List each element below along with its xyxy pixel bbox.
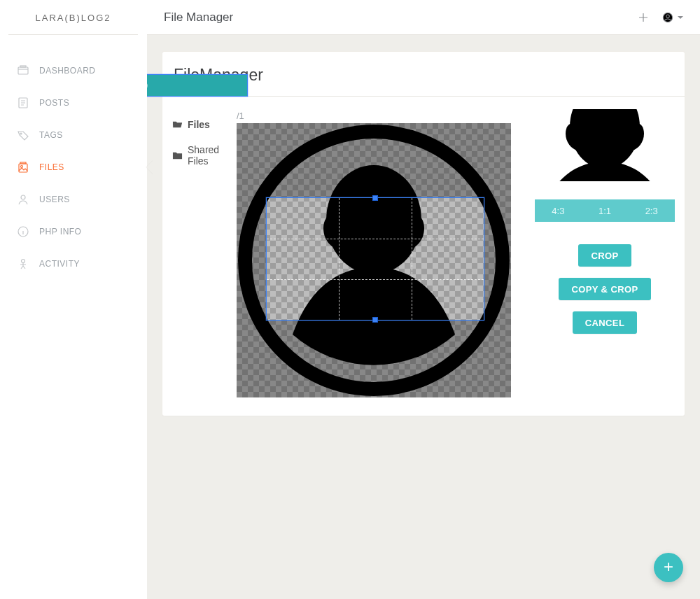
tags-icon <box>17 129 29 141</box>
ratio-4-3[interactable]: 4:3 <box>535 199 582 222</box>
sidebar-item-files[interactable]: FILES <box>0 151 146 183</box>
crop-handle-bottom[interactable] <box>372 317 378 323</box>
sidebar-item-posts[interactable]: POSTS <box>0 87 146 119</box>
svg-point-5 <box>21 166 23 168</box>
posts-icon <box>17 97 29 109</box>
file-tab-shared-files[interactable]: Shared Files <box>172 137 227 174</box>
cancel-button[interactable]: CANCEL <box>573 311 638 334</box>
files-icon <box>17 161 29 174</box>
ratio-1-1[interactable]: 1:1 <box>582 199 629 222</box>
sidebar-item-dashboard[interactable]: DASHBOARD <box>0 55 146 87</box>
svg-rect-4 <box>19 164 27 172</box>
user-menu[interactable] <box>662 11 683 24</box>
dim-overlay <box>237 320 511 397</box>
sidebar-item-label: FILES <box>39 162 64 172</box>
file-tab-label: Shared Files <box>188 144 227 167</box>
sidebar-item-label: TAGS <box>39 130 63 140</box>
sidebar-item-users[interactable]: USERS <box>0 183 146 216</box>
copy-and-crop-button[interactable]: COPY & CROP <box>559 278 650 300</box>
brand[interactable]: LARA(B)LOG2 <box>0 0 146 35</box>
file-tab-label: Files <box>188 119 210 130</box>
svg-rect-0 <box>18 67 28 74</box>
sidebar-item-label: USERS <box>39 195 70 204</box>
info-icon <box>17 225 29 238</box>
dim-overlay <box>237 123 511 197</box>
plus-icon: + <box>664 558 673 575</box>
brand-text: LARA(B)LOG2 <box>36 13 111 23</box>
svg-point-9 <box>22 260 25 263</box>
crop-preview <box>535 109 675 181</box>
breadcrumb[interactable]: /1 <box>237 111 519 121</box>
sidebar-item-activity[interactable]: ACTIVITY <box>0 248 146 280</box>
svg-point-3 <box>20 133 22 134</box>
svg-rect-1 <box>20 66 26 67</box>
dim-overlay <box>484 197 511 320</box>
sidebar-item-label: POSTS <box>39 98 69 108</box>
file-tab-files[interactable]: Files <box>172 112 227 137</box>
page-title: File Manager <box>164 10 233 24</box>
sidebar-item-php-info[interactable]: PHP INFO <box>0 216 146 248</box>
chevron-down-icon <box>678 16 683 19</box>
user-icon <box>662 11 673 24</box>
fab-add-button[interactable]: + <box>654 553 683 582</box>
folder-icon <box>172 150 183 161</box>
svg-point-11 <box>666 15 669 17</box>
sidebar-item-label: PHP INFO <box>39 227 81 237</box>
svg-point-7 <box>21 195 25 199</box>
users-icon <box>17 193 29 206</box>
brand-underline <box>8 34 138 35</box>
dashboard-icon <box>17 64 29 77</box>
add-button[interactable] <box>633 13 654 22</box>
folder-open-icon <box>172 120 183 130</box>
crop-selection[interactable] <box>266 197 484 320</box>
svg-rect-6 <box>20 162 26 164</box>
sidebar-item-label: DASHBOARD <box>39 66 96 76</box>
crop-stage[interactable] <box>237 123 511 397</box>
ratio-2-3[interactable]: 2:3 <box>628 199 675 222</box>
svg-point-14 <box>570 109 640 169</box>
sidebar-item-label: ACTIVITY <box>39 259 80 269</box>
dim-overlay <box>237 197 266 320</box>
crop-handle-top[interactable] <box>372 195 378 201</box>
sidebar-item-tags[interactable]: TAGS <box>0 119 146 151</box>
plus-icon <box>638 13 648 22</box>
activity-icon <box>17 258 29 270</box>
crop-button[interactable]: CROP <box>578 244 631 267</box>
